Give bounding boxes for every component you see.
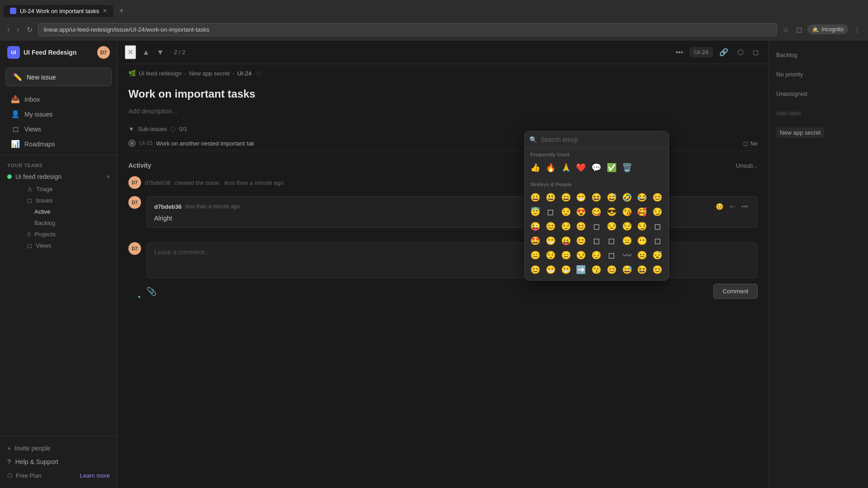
emoji-cell[interactable]: 😜 xyxy=(528,220,542,233)
emoji-cell[interactable]: 🤩 xyxy=(528,234,542,248)
invite-people-btn[interactable]: + Invite people xyxy=(0,441,117,455)
emoji-cell[interactable]: 😊 xyxy=(651,263,664,277)
emoji-cell[interactable]: 😌 xyxy=(544,249,557,262)
emoji-cell[interactable]: 😅 xyxy=(620,263,634,277)
forward-btn[interactable]: › xyxy=(15,23,21,35)
emoji-cell[interactable]: 😌 xyxy=(559,205,573,219)
sidebar-item-triage[interactable]: ⚠ Triage xyxy=(20,183,113,195)
refresh-btn[interactable]: ↻ xyxy=(25,23,34,36)
emoji-cell[interactable]: 😇 xyxy=(528,205,542,219)
emoji-cell[interactable]: 😑 xyxy=(559,249,573,262)
emoji-cell[interactable]: 😊 xyxy=(574,220,588,233)
emoji-cell[interactable]: 💬 xyxy=(590,161,603,174)
submit-comment-btn[interactable]: Comment xyxy=(713,284,758,299)
emoji-cell[interactable]: ◻ xyxy=(605,249,618,262)
activity-btn[interactable]: ◻ xyxy=(750,45,761,59)
emoji-cell[interactable]: 😑 xyxy=(528,249,542,262)
emoji-cell[interactable]: 😃 xyxy=(544,191,557,204)
emoji-cell[interactable]: 🗑️ xyxy=(620,161,634,174)
issue-description[interactable]: Add description... xyxy=(128,108,758,115)
sidebar-item-backlog[interactable]: Backlog xyxy=(20,217,113,229)
copy-link-btn[interactable]: 🔗 xyxy=(717,45,731,59)
emoji-cell[interactable]: 😴 xyxy=(651,249,664,262)
emoji-cell[interactable]: 😬 xyxy=(559,263,573,277)
emoji-cell[interactable]: 😛 xyxy=(559,234,573,248)
new-issue-button[interactable]: ✏️ New issue xyxy=(5,68,112,86)
emoji-cell[interactable]: ◻ xyxy=(605,234,618,248)
user-avatar[interactable]: D7 xyxy=(97,46,110,59)
back-btn[interactable]: ‹ xyxy=(5,23,11,35)
emoji-cell[interactable]: ◻ xyxy=(544,205,557,219)
sidebar-item-active[interactable]: Active xyxy=(20,206,113,217)
emoji-cell[interactable]: 😁 xyxy=(544,234,557,248)
emoji-cell[interactable]: 😁 xyxy=(544,263,557,277)
emoji-cell[interactable]: ◻ xyxy=(651,220,664,233)
emoji-cell[interactable]: 😄 xyxy=(559,191,573,204)
status-value[interactable]: Backlog xyxy=(776,50,861,60)
comment-more-btn[interactable]: ••• xyxy=(740,202,750,211)
browser-menu-btn[interactable]: ⋮ xyxy=(852,23,863,36)
cycle-value[interactable]: New app secret xyxy=(776,127,824,138)
next-issue-btn[interactable]: ▼ xyxy=(154,47,167,58)
emoji-cell[interactable]: 😁 xyxy=(574,191,588,204)
tab-close-btn[interactable]: ✕ xyxy=(103,8,107,14)
emoji-cell[interactable]: 🤣 xyxy=(620,191,634,204)
open-in-btn[interactable]: ⬡ xyxy=(735,45,746,59)
emoji-cell[interactable]: 😐 xyxy=(635,249,649,262)
new-tab-btn[interactable]: + xyxy=(115,5,127,18)
emoji-cell[interactable]: 😎 xyxy=(605,205,618,219)
emoji-cell[interactable]: 😌 xyxy=(559,220,573,233)
sidebar-item-inbox[interactable]: 📥 Inbox xyxy=(4,92,113,107)
emoji-cell[interactable]: ➡️ xyxy=(574,263,588,277)
sidebar-item-issues[interactable]: ◻ Issues xyxy=(20,195,113,206)
emoji-cell[interactable]: 😊 xyxy=(651,191,664,204)
close-btn[interactable]: ✕ xyxy=(125,45,136,59)
active-tab[interactable]: UI-24 Work on important tasks ✕ xyxy=(4,5,113,17)
attachment-btn[interactable]: 📎 xyxy=(146,286,156,296)
emoji-cell[interactable]: 😗 xyxy=(590,263,603,277)
emoji-cell[interactable]: 😊 xyxy=(544,220,557,233)
emoji-cell[interactable]: 😒 xyxy=(574,249,588,262)
emoji-cell[interactable]: 😏 xyxy=(651,205,664,219)
emoji-cell[interactable]: 😘 xyxy=(620,205,634,219)
emoji-cell[interactable]: 😒 xyxy=(605,220,618,233)
learn-more-btn[interactable]: Learn more xyxy=(80,472,110,479)
emoji-reaction-btn[interactable]: 😊 xyxy=(714,202,725,211)
emoji-cell[interactable]: 🥰 xyxy=(635,205,649,219)
emoji-cell[interactable]: 🔥 xyxy=(544,161,557,174)
bookmark-star-btn[interactable]: ☆ xyxy=(256,70,261,77)
sidebar-item-roadmaps[interactable]: 📊 Roadmaps xyxy=(4,136,113,151)
emoji-cell[interactable]: 😌 xyxy=(620,220,634,233)
sidebar-item-views[interactable]: ◻ Views xyxy=(4,122,113,136)
emoji-cell[interactable]: ◻ xyxy=(651,234,664,248)
assignee-value[interactable]: Unassigned xyxy=(776,89,861,99)
sidebar-item-team-views[interactable]: ◻ Views xyxy=(20,240,113,251)
emoji-cell[interactable]: 〰️ xyxy=(620,249,634,262)
emoji-cell[interactable]: 😍 xyxy=(574,205,588,219)
emoji-cell[interactable]: 👍 xyxy=(528,161,542,174)
emoji-cell[interactable]: 😑 xyxy=(620,234,634,248)
emoji-cell[interactable]: 😏 xyxy=(635,220,649,233)
emoji-cell[interactable]: ◻ xyxy=(590,234,603,248)
priority-value[interactable]: No priority xyxy=(776,69,861,80)
emoji-cell[interactable]: ◻ xyxy=(590,220,603,233)
emoji-cell[interactable]: 😅 xyxy=(605,191,618,204)
emoji-cell[interactable]: 🙏 xyxy=(559,161,573,174)
help-support-btn[interactable]: ? Help & Support xyxy=(0,455,117,469)
sidebar-item-projects[interactable]: ⁞⁞ Projects xyxy=(20,229,113,240)
emoji-cell[interactable]: 😶 xyxy=(635,234,649,248)
prev-issue-btn[interactable]: ▲ xyxy=(140,47,152,58)
extensions-btn[interactable]: ◻ xyxy=(794,23,804,36)
unsubscribe-btn[interactable]: Unsub... xyxy=(736,162,758,169)
emoji-cell[interactable]: 😊 xyxy=(605,263,618,277)
emoji-search-input[interactable] xyxy=(541,136,664,143)
breadcrumb-workspace-link[interactable]: Ui feed redesign xyxy=(139,70,182,77)
reply-btn[interactable]: ↩ xyxy=(728,202,737,211)
emoji-cell[interactable]: ❤️ xyxy=(574,161,588,174)
emoji-cell[interactable]: 😆 xyxy=(590,191,603,204)
sidebar-item-my-issues[interactable]: 👤 My issues xyxy=(4,107,113,122)
add-label-btn[interactable]: Add label xyxy=(776,108,861,118)
emoji-cell[interactable]: 😂 xyxy=(635,191,649,204)
bookmark-btn[interactable]: ☆ xyxy=(781,23,791,36)
emoji-cell[interactable]: 😀 xyxy=(528,191,542,204)
